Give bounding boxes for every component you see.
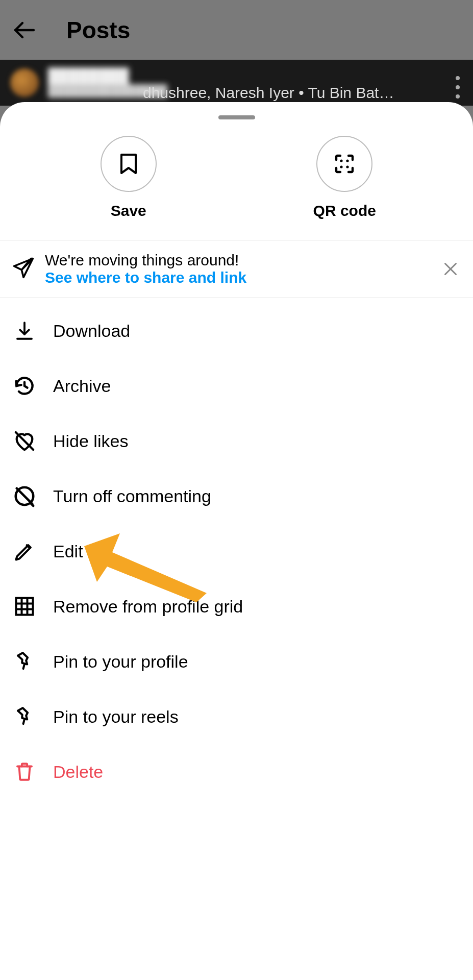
qr-code-action[interactable]: QR code: [293, 136, 395, 219]
menu-hide-likes-label: Hide likes: [53, 431, 128, 451]
paper-plane-icon: [12, 257, 35, 281]
menu-archive[interactable]: Archive: [0, 358, 473, 413]
menu-pin-reels[interactable]: Pin to your reels: [0, 689, 473, 744]
menu-delete[interactable]: Delete: [0, 744, 473, 799]
menu-hide-likes[interactable]: Hide likes: [0, 413, 473, 469]
bookmark-icon: [101, 136, 157, 192]
qr-label: QR code: [313, 202, 376, 219]
menu-turn-off-commenting[interactable]: Turn off commenting: [0, 469, 473, 524]
notice-text: We're moving things around! See where to…: [45, 252, 430, 286]
post-options-sheet: Save QR code We're moving things around!…: [0, 102, 473, 980]
save-action[interactable]: Save: [78, 136, 180, 219]
menu-pin-reels-label: Pin to your reels: [53, 707, 179, 727]
save-label: Save: [111, 202, 146, 219]
more-options-icon[interactable]: [456, 76, 460, 99]
post-header: ████████ ███████████████ dhushree, Nares…: [0, 60, 473, 106]
post-audio-label: dhushree, Naresh Iyer • Tu Bin Bat…: [143, 84, 394, 102]
download-icon: [12, 318, 37, 343]
svg-point-2: [346, 159, 349, 162]
archive-icon: [12, 374, 37, 398]
close-icon[interactable]: [440, 259, 461, 279]
drag-handle[interactable]: [218, 115, 255, 119]
menu-archive-label: Archive: [53, 376, 111, 396]
pin-icon: [12, 649, 37, 674]
menu-edit[interactable]: Edit: [0, 524, 473, 579]
notice-headline: We're moving things around!: [45, 252, 239, 268]
page-title: Posts: [66, 16, 130, 44]
moving-things-notice[interactable]: We're moving things around! See where to…: [0, 240, 473, 298]
menu-list: Download Archive Hide likes: [0, 298, 473, 804]
menu-download-label: Download: [53, 321, 130, 341]
comment-off-icon: [12, 484, 37, 508]
menu-edit-label: Edit: [53, 542, 83, 561]
qr-code-icon: [316, 136, 372, 192]
hide-likes-icon: [12, 429, 37, 453]
avatar: [10, 68, 39, 97]
notice-link[interactable]: See where to share and link: [45, 269, 246, 286]
pin-icon: [12, 704, 37, 729]
menu-download[interactable]: Download: [0, 303, 473, 358]
svg-rect-12: [16, 598, 33, 615]
top-actions: Save QR code: [0, 119, 473, 240]
trash-icon: [12, 760, 37, 784]
back-button[interactable]: [12, 18, 37, 42]
pencil-icon: [12, 539, 37, 564]
menu-turn-off-commenting-label: Turn off commenting: [53, 486, 211, 506]
svg-point-3: [340, 165, 343, 168]
menu-remove-from-grid-label: Remove from profile grid: [53, 597, 243, 617]
svg-point-1: [340, 159, 343, 162]
menu-pin-profile-label: Pin to your profile: [53, 652, 188, 672]
menu-pin-profile[interactable]: Pin to your profile: [0, 634, 473, 689]
menu-delete-label: Delete: [53, 762, 103, 782]
menu-remove-from-grid[interactable]: Remove from profile grid: [0, 579, 473, 634]
grid-icon: [12, 594, 37, 619]
app-header: Posts: [0, 0, 473, 60]
svg-point-4: [346, 165, 349, 168]
